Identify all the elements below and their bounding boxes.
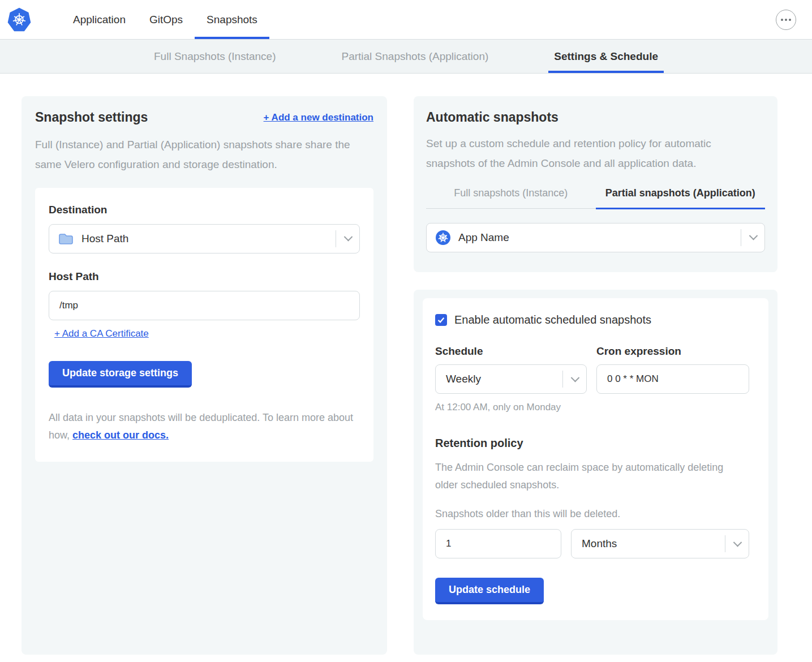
enable-snapshots-label[interactable]: Enable automatic scheduled snapshots [454,313,651,326]
subnav-tab-partial-snapshots[interactable]: Partial Snapshots (Application) [336,40,494,73]
subnav-tab-full-snapshots[interactable]: Full Snapshots (Instance) [148,40,281,73]
destination-label: Destination [49,204,360,216]
cron-expression-label: Cron expression [596,345,749,358]
settings-content: Snapshot settings + Add a new destinatio… [0,74,812,662]
host-path-label: Host Path [49,270,360,283]
nav-tab-snapshots[interactable]: Snapshots [195,0,269,39]
automatic-snapshots-title: Automatic snapshots [426,110,765,125]
retention-policy-title: Retention policy [435,437,756,450]
snapshot-settings-title: Snapshot settings [35,110,148,125]
docs-link[interactable]: check out our docs. [72,429,169,441]
subnav-tab-settings-schedule[interactable]: Settings & Schedule [548,40,664,73]
select-divider [336,230,336,247]
right-column: Automatic snapshots Set up a custom sche… [414,96,777,655]
cron-readable-text: At 12:00 AM, only on Monday [435,402,587,413]
kubernetes-app-icon [436,230,450,245]
tab-partial-snapshots-application[interactable]: Partial snapshots (Application) [596,187,766,209]
top-navigation-bar: Application GitOps Snapshots [0,0,812,40]
automatic-snapshots-card: Automatic snapshots Set up a custom sche… [414,96,777,272]
destination-select[interactable]: Host Path [49,224,360,253]
automatic-snapshots-description: Set up a custom schedule and retention p… [426,134,755,174]
automatic-snapshots-tabs: Full snapshots (Instance) Partial snapsh… [426,187,765,209]
schedule-card: Enable automatic scheduled snapshots Sch… [414,290,777,655]
dedup-footnote: All data in your snapshots will be dedup… [49,409,360,445]
nav-tab-application[interactable]: Application [61,0,138,39]
snapshot-settings-description: Full (Instance) and Partial (Application… [35,135,364,175]
update-schedule-button[interactable]: Update schedule [435,578,544,604]
add-ca-certificate-link[interactable]: + Add a CA Certificate [54,328,149,339]
add-new-destination-link[interactable]: + Add a new destination [264,112,373,123]
kubernetes-logo-icon [7,7,32,32]
schedule-interval-select[interactable]: Weekly [435,364,587,394]
tab-full-snapshots-instance[interactable]: Full snapshots (Instance) [426,187,596,208]
select-divider [741,229,741,246]
schedule-interval-value: Weekly [446,373,481,385]
retention-unit-value: Months [582,538,617,550]
snapshots-subnav: Full Snapshots (Instance) Partial Snapsh… [0,40,812,74]
retention-policy-description: The Admin Console can reclaim space by a… [435,459,732,493]
retention-count-input[interactable] [435,529,561,558]
snapshot-settings-card: Snapshot settings + Add a new destinatio… [22,96,387,655]
schedule-label: Schedule [435,345,587,358]
nav-tab-gitops[interactable]: GitOps [138,0,195,39]
chevron-down-icon [749,231,758,240]
folder-icon [58,233,74,245]
enable-snapshots-checkbox[interactable] [435,314,447,326]
select-divider [562,371,563,388]
host-path-input[interactable] [49,291,360,320]
app-select[interactable]: App Name [426,223,765,252]
select-divider [725,535,725,552]
retention-unit-select[interactable]: Months [571,529,749,558]
schedule-panel: Enable automatic scheduled snapshots Sch… [423,298,768,620]
destination-select-value: Host Path [81,233,128,245]
cron-expression-input[interactable] [596,364,749,394]
storage-settings-panel: Destination Host Path Host Path + Add a … [35,188,373,462]
main-nav: Application GitOps Snapshots [61,0,269,39]
chevron-down-icon [571,373,580,382]
retention-hint: Snapshots older than this will be delete… [435,508,756,520]
chevron-down-icon [344,233,353,242]
chevron-down-icon [733,538,742,547]
app-select-value: App Name [458,231,509,244]
more-menu-icon[interactable] [776,10,796,30]
update-storage-settings-button[interactable]: Update storage settings [49,361,192,388]
